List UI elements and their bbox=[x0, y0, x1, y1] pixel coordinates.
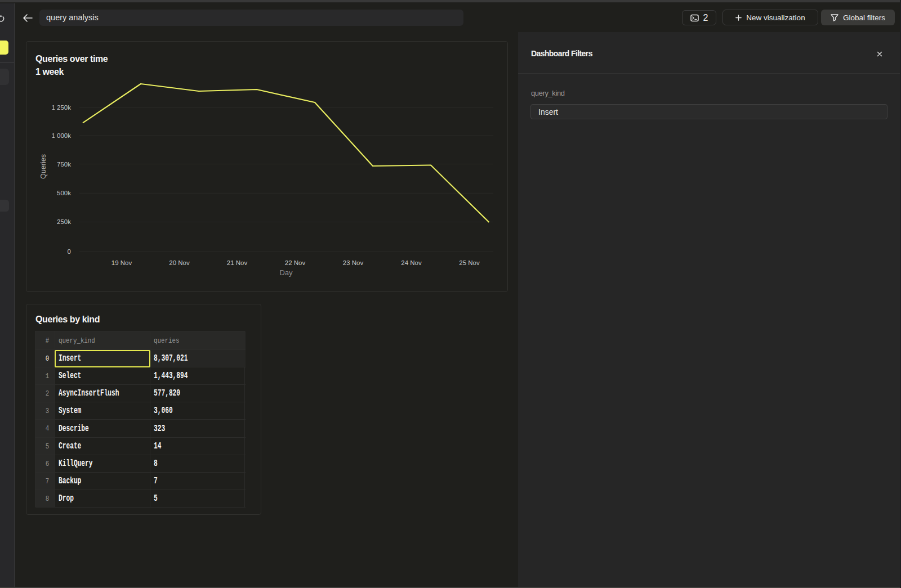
svg-text:21 Nov: 21 Nov bbox=[227, 259, 248, 266]
svg-text:25 Nov: 25 Nov bbox=[459, 259, 480, 266]
svg-text:0: 0 bbox=[68, 248, 71, 255]
svg-text:1 000k: 1 000k bbox=[51, 132, 71, 139]
svg-text:24 Nov: 24 Nov bbox=[401, 259, 422, 266]
svg-text:19 Nov: 19 Nov bbox=[111, 259, 132, 266]
svg-text:Day: Day bbox=[279, 268, 293, 277]
svg-text:750k: 750k bbox=[57, 161, 71, 168]
svg-text:500k: 500k bbox=[57, 190, 71, 196]
svg-text:23 Nov: 23 Nov bbox=[343, 259, 364, 266]
svg-text:20 Nov: 20 Nov bbox=[169, 259, 190, 266]
svg-text:Queries: Queries bbox=[39, 154, 47, 179]
svg-text:1 250k: 1 250k bbox=[51, 104, 71, 111]
svg-text:22 Nov: 22 Nov bbox=[285, 259, 306, 266]
svg-text:250k: 250k bbox=[57, 218, 71, 225]
